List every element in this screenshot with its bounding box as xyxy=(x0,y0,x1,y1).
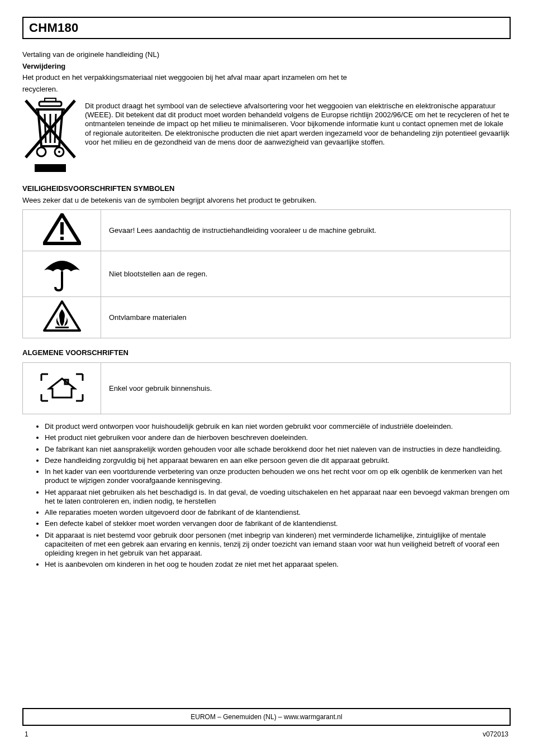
list-item: Dit apparaat is niet bestemd voor gebrui… xyxy=(45,531,511,558)
disposal-line1: Het product en het verpakkingsmateriaal … xyxy=(22,73,511,82)
indoor-house-icon xyxy=(37,396,87,405)
document-version: v072013 xyxy=(483,730,508,738)
svg-point-6 xyxy=(37,147,46,156)
list-item: Deze handleiding zorgvuldig bij het appa… xyxy=(45,456,511,465)
list-item: Een defecte kabel of stekker moet worden… xyxy=(45,519,511,528)
list-item: Het apparaat niet gebruiken als het besc… xyxy=(45,488,511,506)
symbols-table: Gevaar! Lees aandachtig de instructiehan… xyxy=(22,209,511,338)
svg-rect-14 xyxy=(60,237,64,240)
page-footer: 1 v072013 xyxy=(0,730,533,738)
safety-heading: VEILIGHEIDSVOORSCHRIFTEN SYMBOLEN xyxy=(22,184,511,193)
footer-bar: EUROM – Genemuiden (NL) – www.warmgarant… xyxy=(22,708,511,726)
list-item: Het product niet gebruiken voor andere d… xyxy=(45,433,511,442)
svg-rect-13 xyxy=(60,222,64,235)
general-bullet-list: Dit product werd ontworpen voor huishoud… xyxy=(22,422,511,570)
warning-triangle-icon xyxy=(43,239,81,247)
product-code: CHM180 xyxy=(29,21,79,35)
symbol-umbrella-text: Niet blootstellen aan de regen. xyxy=(101,251,511,297)
svg-rect-0 xyxy=(39,102,61,106)
svg-point-8 xyxy=(58,151,60,153)
symbol-row-warning: Gevaar! Lees aandachtig de instructiehan… xyxy=(23,210,511,251)
weee-icon xyxy=(22,96,78,174)
disposal-paragraph: Dit product draagt het symbool van de se… xyxy=(85,96,511,147)
list-item: De fabrikant kan niet aansprakelijk word… xyxy=(45,445,511,454)
list-item: Alle reparaties moeten worden uitgevoerd… xyxy=(45,508,511,517)
symbol-fire-text: Ontvlambare materialen xyxy=(101,297,511,338)
language-header: Vertaling van de originele handleiding (… xyxy=(22,50,511,59)
disposal-line2: recycleren. xyxy=(22,85,511,94)
svg-line-3 xyxy=(45,114,46,143)
fire-hazard-icon xyxy=(43,326,81,334)
footer-company-text: EUROM – Genemuiden (NL) – www.warmgarant… xyxy=(191,713,342,721)
symbol-row-fire: Ontvlambare materialen xyxy=(23,297,511,338)
general-heading: ALGEMENE VOORSCHRIFTEN xyxy=(22,348,511,357)
list-item: In het kader van een voortdurende verbet… xyxy=(45,467,511,486)
disposal-block: Dit product draagt het symbool van de se… xyxy=(22,96,511,174)
svg-line-5 xyxy=(55,114,56,143)
svg-rect-1 xyxy=(45,98,56,102)
list-item: Dit product werd ontworpen voor huishoud… xyxy=(45,422,511,431)
symbol-row-umbrella: Niet blootstellen aan de regen. xyxy=(23,251,511,297)
svg-rect-17 xyxy=(55,327,69,328)
safety-intro: Wees zeker dat u de betekenis van de sym… xyxy=(22,196,511,205)
symbol-warning-text: Gevaar! Lees aandachtig de instructiehan… xyxy=(101,210,511,251)
indoor-row: Enkel voor gebruik binnenshuis. xyxy=(23,363,511,414)
title-bar: CHM180 xyxy=(22,17,511,39)
indoor-table: Enkel voor gebruik binnenshuis. xyxy=(22,362,511,414)
list-item: Het is aanbevolen om kinderen in het oog… xyxy=(45,560,511,569)
disposal-heading: Verwijdering xyxy=(22,62,511,71)
page-number: 1 xyxy=(25,730,28,738)
umbrella-icon xyxy=(42,285,82,293)
indoor-label: Enkel voor gebruik binnenshuis. xyxy=(101,363,511,414)
svg-rect-11 xyxy=(35,164,66,172)
